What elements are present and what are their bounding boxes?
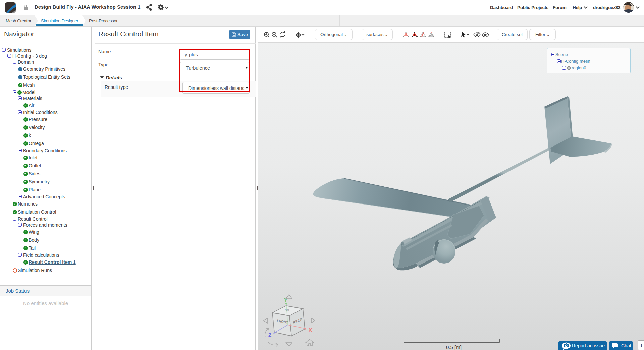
svg-text:Y: Y [284,297,287,303]
svg-text:Z: Z [268,332,271,338]
svg-text:X: X [309,327,312,333]
